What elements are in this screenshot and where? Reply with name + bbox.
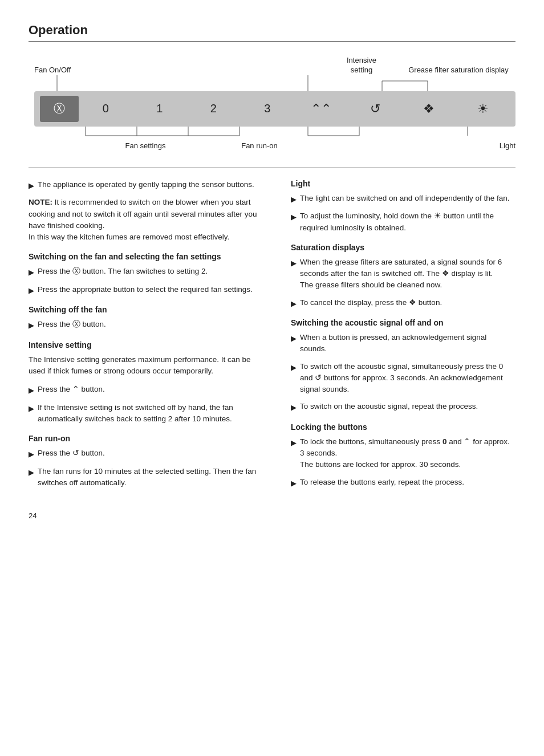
intensive-button[interactable]: ⌃⌃ [294,96,348,122]
label-fan-settings: Fan settings [80,141,211,150]
heading-intensive: Intensive setting [29,340,268,349]
content-area: ▶ The appliance is operated by gently ta… [29,179,515,495]
label-intensive: Intensive setting [339,56,384,75]
arrow-icon-3: ▶ [29,285,34,296]
arrow-icon-6: ▶ [29,403,34,425]
arrow-icon-14: ▶ [291,362,297,396]
arrow-icon-10: ▶ [291,212,297,234]
switching-off-item-1: ▶ Press the Ⓧ button. [29,319,268,331]
acoustic-text-3: To switch on the acoustic signal, repeat… [300,401,478,413]
two-button[interactable]: 2 [186,96,241,122]
arrow-icon-1: ▶ [29,180,34,192]
locking-text-1: To lock the buttons, simultaneously pres… [300,436,515,471]
heading-acoustic: Switching the acoustic signal off and on [291,318,515,327]
arrow-icon-7: ▶ [29,449,34,460]
acoustic-item-2: ▶ To switch off the acoustic signal, sim… [291,361,515,396]
saturation-item-1: ▶ When the grease filters are saturated,… [291,257,515,291]
arrow-icon-13: ▶ [291,333,297,355]
left-column: ▶ The appliance is operated by gently ta… [29,179,268,495]
arrow-icon-5: ▶ [29,385,34,396]
runon-item-1: ▶ Press the ↺ button. [29,448,268,460]
fan-settings-item-1: ▶ Press the Ⓧ button. The fan switches t… [29,266,268,278]
saturation-text-2: To cancel the display, press the ❖ butto… [300,297,442,310]
saturation-item-2: ▶ To cancel the display, press the ❖ but… [291,297,515,310]
arrow-icon-17: ▶ [291,478,297,489]
page-number: 24 [29,511,515,520]
intensive-item-2: ▶ If the Intensive setting is not switch… [29,402,268,425]
content-divider [29,167,515,168]
light-item-1: ▶ The light can be switched on and off i… [291,193,515,205]
arrow-icon-4: ▶ [29,320,34,331]
button-bar: Ⓧ 0 1 2 3 ⌃⌃ ↺ ❖ ☀ [34,91,515,127]
locking-text-2: To release the buttons early, repeat the… [300,477,464,489]
label-fan-onoff: Fan On/Off [34,66,80,75]
zero-button[interactable]: 0 [79,96,133,122]
power-button[interactable]: Ⓧ [40,96,79,122]
arrow-icon-11: ▶ [291,258,297,291]
diagram-area: Fan On/Off Intensive setting Grease filt… [29,56,515,150]
note-label: NOTE: [29,198,52,206]
intensive-item-1: ▶ Press the ⌃ button. [29,384,268,396]
arrow-icon-16: ▶ [291,437,297,471]
runon-button[interactable]: ↺ [348,96,403,122]
heading-switching-off: Switching off the fan [29,305,268,314]
light-text-2: To adjust the luminosity, hold down the … [300,210,515,234]
light-button[interactable]: ☀ [456,96,510,122]
switching-off-text-1: Press the Ⓧ button. [38,319,106,331]
label-grease: Grease filter saturation display [401,66,515,75]
label-light: Light [308,141,515,150]
runon-item-2: ▶ The fan runs for 10 minutes at the sel… [29,466,268,489]
acoustic-item-1: ▶ When a button is pressed, an acknowled… [291,332,515,355]
runon-text-2: The fan runs for 10 minutes at the selec… [38,466,268,489]
locking-item-1: ▶ To lock the buttons, simultaneously pr… [291,436,515,471]
heading-saturation: Saturation displays [291,243,515,252]
diagram-bottom-labels: Fan settings Fan run-on Light [34,141,515,150]
light-item-2: ▶ To adjust the luminosity, hold down th… [291,210,515,234]
runon-text-1: Press the ↺ button. [38,448,105,460]
acoustic-item-3: ▶ To switch on the acoustic signal, repe… [291,401,515,413]
note-para: NOTE: It is recommended to switch on the… [29,197,268,243]
arrow-icon-9: ▶ [291,194,297,205]
intro-text: The appliance is operated by gently tapp… [38,179,254,192]
fan-settings-text-1: Press the Ⓧ button. The fan switches to … [38,266,208,278]
arrow-icon-2: ▶ [29,267,34,278]
bottom-connectors-svg [34,127,525,141]
intensive-text-1: Press the ⌃ button. [38,384,105,396]
acoustic-text-2: To switch off the acoustic signal, simul… [300,361,515,396]
locking-item-2: ▶ To release the buttons early, repeat t… [291,477,515,489]
intro-para: ▶ The appliance is operated by gently ta… [29,179,268,192]
arrow-icon-12: ▶ [291,298,297,310]
title-divider [29,41,515,42]
grease-button[interactable]: ❖ [402,96,456,122]
top-connectors-svg [34,75,525,91]
three-button[interactable]: 3 [241,96,295,122]
note-text: It is recommended to switch on the blowe… [29,198,257,241]
light-text-1: The light can be switched on and off ind… [300,193,510,205]
page-title: Operation [29,23,515,38]
heading-fan-settings: Switching on the fan and selecting the f… [29,252,268,261]
right-column: Light ▶ The light can be switched on and… [291,179,515,495]
intensive-intro: The Intensive setting generates maximum … [29,354,268,377]
heading-light: Light [291,179,515,188]
arrow-icon-8: ▶ [29,467,34,489]
label-fan-runon: Fan run-on [211,141,308,150]
intensive-text-2: If the Intensive setting is not switched… [38,402,268,425]
fan-settings-item-2: ▶ Press the appropriate button to select… [29,284,268,296]
arrow-icon-15: ▶ [291,402,297,413]
saturation-text-1: When the grease filters are saturated, a… [300,257,515,291]
heading-fan-runon: Fan run-on [29,434,268,443]
one-button[interactable]: 1 [133,96,187,122]
heading-locking: Locking the buttons [291,422,515,432]
fan-settings-text-2: Press the appropriate button to select t… [38,284,253,296]
acoustic-text-1: When a button is pressed, an acknowledge… [300,332,515,355]
